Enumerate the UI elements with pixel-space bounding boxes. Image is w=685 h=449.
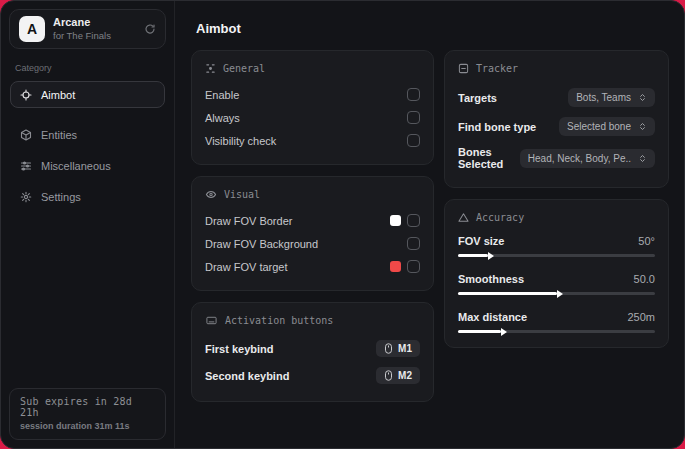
- dropdown-row: Targets Bots, Teams: [458, 83, 655, 112]
- keybind-row: First keybind M1: [205, 335, 420, 362]
- tracker-icon: [458, 63, 469, 74]
- brand-subtitle: for The Finals: [53, 30, 111, 42]
- dropdown-value: Bots, Teams: [576, 92, 631, 103]
- slider-value: 250m: [627, 311, 655, 323]
- app-window: A Arcane for The Finals Category: [0, 0, 685, 449]
- keybind-label: First keybind: [205, 343, 273, 355]
- draw-fov-background-checkbox[interactable]: [407, 237, 420, 250]
- card-title: General: [223, 63, 265, 74]
- draw-fov-border-checkbox[interactable]: [407, 214, 420, 227]
- card-title: Activation buttons: [225, 315, 333, 326]
- visual-card: Visual Draw FOV Border Draw FOV Backgrou…: [191, 176, 434, 291]
- toggle-row: Draw FOV Border: [205, 209, 420, 232]
- main-content: Aimbot General: [175, 1, 684, 448]
- fov-size-slider[interactable]: [458, 254, 655, 257]
- slider-label: Max distance: [458, 311, 527, 323]
- keybind-label: Second keybind: [205, 370, 289, 382]
- sidebar-item-label: Aimbot: [41, 89, 75, 101]
- subscription-info: Sub expires in 28d 21h session duration …: [9, 388, 166, 440]
- mouse-icon: [384, 370, 393, 381]
- fov-border-color-swatch[interactable]: [390, 215, 401, 226]
- eye-icon: [205, 189, 217, 200]
- sidebar: A Arcane for The Finals Category: [1, 1, 175, 448]
- chevron-updown-icon: [638, 153, 647, 164]
- general-icon: [205, 63, 216, 74]
- toggle-label: Visibility check: [205, 135, 276, 147]
- card-title: Accuracy: [476, 212, 524, 223]
- keybind-value: M2: [398, 370, 412, 381]
- brand-card: A Arcane for The Finals: [9, 9, 166, 49]
- dropdown-label: Targets: [458, 92, 497, 104]
- enable-checkbox[interactable]: [407, 88, 420, 101]
- dropdown-value: Selected bone: [567, 121, 631, 132]
- slider-value: 50.0: [634, 273, 655, 285]
- sidebar-item-entities[interactable]: Entities: [10, 121, 165, 148]
- dropdown-row: Find bone type Selected bone: [458, 112, 655, 141]
- sidebar-item-settings[interactable]: Settings: [10, 183, 165, 210]
- brand-logo: A: [19, 16, 45, 42]
- page-title: Aimbot: [196, 21, 669, 36]
- slider-label: Smoothness: [458, 273, 524, 285]
- first-keybind-button[interactable]: M1: [376, 340, 420, 357]
- chevron-updown-icon: [638, 92, 647, 103]
- toggle-label: Draw FOV Background: [205, 238, 318, 250]
- gear-icon: [20, 191, 32, 203]
- keybind-value: M1: [398, 343, 412, 354]
- general-card: General Enable Always Visibility check: [191, 50, 434, 165]
- slider-label: FOV size: [458, 235, 504, 247]
- dropdown-label: Bones Selected: [458, 146, 520, 170]
- accuracy-card: Accuracy FOV size 50°: [444, 199, 669, 348]
- card-title: Tracker: [476, 63, 518, 74]
- toggle-row: Draw FOV Background: [205, 232, 420, 255]
- brand-name: Arcane: [53, 16, 111, 30]
- desktop-background: A Arcane for The Finals Category: [0, 0, 685, 449]
- draw-fov-target-checkbox[interactable]: [407, 260, 420, 273]
- sync-icon[interactable]: [144, 23, 156, 35]
- keyboard-icon: [205, 315, 218, 326]
- toggle-row: Always: [205, 106, 420, 129]
- toggle-label: Draw FOV Border: [205, 215, 292, 227]
- chevron-updown-icon: [638, 121, 647, 132]
- smoothness-slider[interactable]: [458, 292, 655, 295]
- session-duration-text: session duration 31m 11s: [20, 421, 155, 431]
- toggle-label: Always: [205, 112, 240, 124]
- targets-dropdown[interactable]: Bots, Teams: [568, 88, 655, 107]
- always-checkbox[interactable]: [407, 111, 420, 124]
- visibility-check-checkbox[interactable]: [407, 134, 420, 147]
- slider-group: FOV size 50°: [458, 232, 655, 257]
- toggle-row: Visibility check: [205, 129, 420, 152]
- sidebar-item-label: Miscellaneous: [41, 160, 111, 172]
- dropdown-label: Find bone type: [458, 121, 536, 133]
- triangle-icon: [458, 212, 469, 223]
- toggle-row: Draw FOV target: [205, 255, 420, 278]
- category-label: Category: [15, 63, 160, 73]
- card-title: Visual: [224, 189, 260, 200]
- sidebar-item-label: Settings: [41, 191, 81, 203]
- toggle-label: Enable: [205, 89, 239, 101]
- sidebar-item-miscellaneous[interactable]: Miscellaneous: [10, 152, 165, 179]
- activation-card: Activation buttons First keybind M1: [191, 302, 434, 402]
- mouse-icon: [384, 343, 393, 354]
- find-bone-type-dropdown[interactable]: Selected bone: [559, 117, 655, 136]
- sub-expiry-text: Sub expires in 28d 21h: [20, 396, 155, 418]
- fov-target-color-swatch[interactable]: [390, 261, 401, 272]
- crosshair-icon: [20, 89, 32, 101]
- sidebar-item-label: Entities: [41, 129, 77, 141]
- sliders-icon: [20, 160, 32, 172]
- max-distance-slider[interactable]: [458, 330, 655, 333]
- entities-icon: [20, 129, 32, 141]
- slider-group: Max distance 250m: [458, 308, 655, 333]
- second-keybind-button[interactable]: M2: [376, 367, 420, 384]
- keybind-row: Second keybind M2: [205, 362, 420, 389]
- dropdown-row: Bones Selected Head, Neck, Body, Pe..: [458, 141, 655, 175]
- toggle-row: Enable: [205, 83, 420, 106]
- bones-selected-dropdown[interactable]: Head, Neck, Body, Pe..: [520, 149, 655, 168]
- slider-value: 50°: [638, 235, 655, 247]
- dropdown-value: Head, Neck, Body, Pe..: [528, 153, 631, 164]
- toggle-label: Draw FOV target: [205, 261, 288, 273]
- sidebar-item-aimbot[interactable]: Aimbot: [10, 81, 165, 108]
- tracker-card: Tracker Targets Bots, Teams: [444, 50, 669, 188]
- slider-group: Smoothness 50.0: [458, 270, 655, 295]
